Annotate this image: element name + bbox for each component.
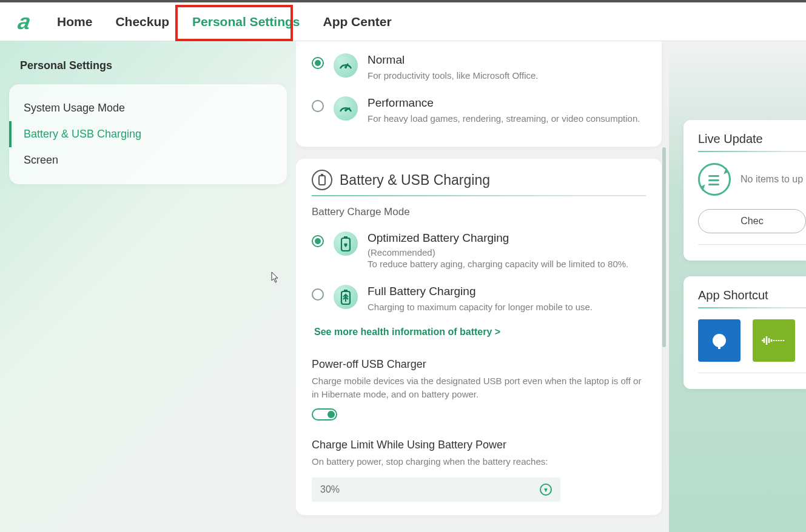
app-shortcut-title: App Shortcut <box>698 288 806 302</box>
sidebar-item-battery-usb-charging[interactable]: Battery & USB Charging <box>9 121 287 147</box>
top-nav-bar: a Home Checkup Personal Settings App Cen… <box>0 0 806 41</box>
option-title: Full Battery Charging <box>368 285 646 298</box>
battery-option-full[interactable]: Full Battery Charging Charging to maximu… <box>312 279 646 322</box>
divider <box>698 151 806 152</box>
charge-limit-value: 30% <box>320 484 340 495</box>
svg-rect-9 <box>344 290 348 291</box>
usage-option-performance[interactable]: Performance For heavy load games, render… <box>312 90 646 133</box>
gauge-high-icon <box>334 96 358 121</box>
scrollbar[interactable] <box>662 147 666 347</box>
svg-point-10 <box>713 334 726 347</box>
section-divider <box>312 195 646 196</box>
nav-tabs: Home Checkup Personal Settings App Cente… <box>55 11 394 33</box>
option-description: Charging to maximum capacity for longer … <box>368 301 646 313</box>
battery-section-icon <box>312 170 332 190</box>
chevron-down-icon: ▼ <box>540 484 552 496</box>
radio-full[interactable] <box>312 288 324 301</box>
sidebar-heading: Personal Settings <box>20 59 287 72</box>
nav-home[interactable]: Home <box>55 11 95 33</box>
radio-optimized[interactable] <box>312 235 324 247</box>
option-description: To reduce battery aging, charging capaci… <box>368 258 646 270</box>
svg-rect-4 <box>319 176 325 185</box>
sidebar-item-system-usage-mode[interactable]: System Usage Mode <box>9 95 287 121</box>
option-recommended: (Recommended) <box>368 247 646 258</box>
sidebar-item-screen[interactable]: Screen <box>9 147 287 173</box>
charge-mode-label: Battery Charge Mode <box>312 206 646 218</box>
mouse-cursor-icon <box>271 271 280 284</box>
usage-option-normal[interactable]: Normal For productivity tools, like Micr… <box>312 47 646 90</box>
svg-rect-11 <box>718 346 720 349</box>
svg-rect-5 <box>321 174 323 176</box>
radio-performance[interactable] <box>312 100 324 112</box>
nav-checkup[interactable]: Checkup <box>113 11 172 33</box>
battery-full-icon <box>334 285 358 309</box>
charge-limit-title: Charge Limit While Using Battery Power <box>312 439 646 451</box>
nav-personal-settings[interactable]: Personal Settings <box>190 11 302 33</box>
charge-limit-dropdown[interactable]: 30% ▼ <box>312 477 560 502</box>
app-logo: a <box>16 9 32 35</box>
gauge-icon <box>334 53 358 78</box>
divider <box>698 373 806 373</box>
nav-app-center[interactable]: App Center <box>320 11 394 33</box>
divider <box>698 244 806 245</box>
section-title: Battery & USB Charging <box>340 172 490 188</box>
svg-rect-7 <box>344 236 348 238</box>
system-usage-mode-card: Normal For productivity tools, like Micr… <box>296 41 662 147</box>
live-update-status: No items to up <box>741 174 803 185</box>
main-content: Normal For productivity tools, like Micr… <box>296 41 669 532</box>
battery-option-optimized[interactable]: Optimized Battery Charging (Recommended)… <box>312 225 646 279</box>
poweroff-usb-toggle[interactable] <box>312 408 337 421</box>
shortcut-audio-app[interactable] <box>753 319 795 362</box>
shortcut-bluelight-app[interactable] <box>698 319 741 362</box>
check-update-button[interactable]: Chec <box>698 209 806 233</box>
live-update-card: Live Update No items to up Chec <box>683 120 806 261</box>
poweroff-usb-desc: Charge mobile devices via the designated… <box>312 374 646 401</box>
option-title: Performance <box>368 96 646 110</box>
radio-normal[interactable] <box>312 57 324 69</box>
sidebar-menu-card: System Usage Mode Battery & USB Charging… <box>9 84 287 184</box>
battery-heart-icon <box>334 231 358 256</box>
battery-usb-card: Battery & USB Charging Battery Charge Mo… <box>296 159 662 515</box>
svg-line-1 <box>346 64 348 67</box>
poweroff-usb-title: Power-off USB Charger <box>312 358 646 371</box>
option-description: For heavy load games, rendering, streami… <box>368 112 646 125</box>
charge-limit-desc: On battery power, stop charging when the… <box>312 455 646 468</box>
option-description: For productivity tools, like Microsoft O… <box>368 69 646 82</box>
divider <box>698 307 806 308</box>
option-title: Normal <box>368 53 646 67</box>
app-shortcut-card: App Shortcut <box>683 276 806 389</box>
right-column: Live Update No items to up Chec App Shor… <box>669 41 806 532</box>
option-title: Optimized Battery Charging <box>368 231 646 245</box>
live-update-title: Live Update <box>698 132 806 146</box>
refresh-icon <box>698 163 731 196</box>
sidebar: Personal Settings System Usage Mode Batt… <box>0 41 296 532</box>
battery-health-link[interactable]: See more health information of battery > <box>312 322 500 340</box>
